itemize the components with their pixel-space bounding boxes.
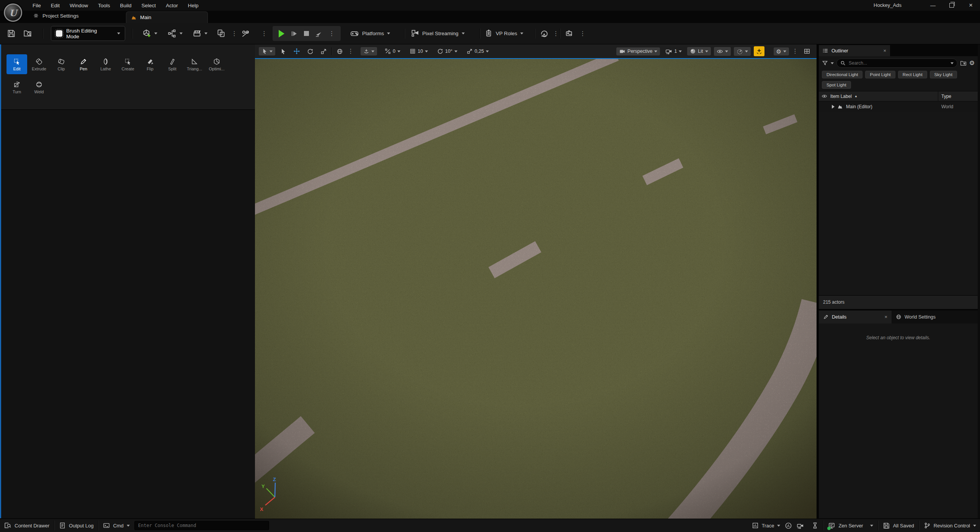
tool-triangulate[interactable]: Triang... [184,54,205,74]
virtual-camera-button[interactable] [565,29,574,38]
column-divider[interactable] [938,91,938,101]
editor-mode-dropdown[interactable]: Brush Editing Mode [51,26,125,41]
chevron-down-icon[interactable] [951,62,954,64]
launch-button[interactable] [315,29,323,37]
editor-utilities-button[interactable] [241,29,250,38]
show-flags-dropdown[interactable] [714,47,731,56]
rotate-tool-button[interactable] [305,48,316,55]
browse-content-button[interactable] [23,29,33,38]
stop-button[interactable] [304,31,309,36]
outliner-empty-space[interactable] [819,112,978,295]
pixel-streaming-dropdown[interactable]: Pixel Streaming [411,29,465,37]
sequencer-options-menu[interactable]: ⋮ [231,31,237,37]
tool-optimize[interactable]: Optimi... [206,54,227,74]
zen-server-dropdown[interactable]: Zen Server [828,522,873,529]
output-log-button[interactable]: Output Log [59,522,93,529]
menu-tools[interactable]: Tools [93,3,115,8]
tool-edit[interactable]: Edit [7,54,27,74]
cmd-dropdown[interactable]: Cmd [103,522,129,529]
viewport-options-menu[interactable]: ⋮ [792,48,798,54]
chip-sky-light[interactable]: Sky Light [930,71,957,78]
revision-control-dropdown[interactable]: Revision Control [924,522,976,529]
chip-spot-light[interactable]: Spot Light [822,81,851,89]
view-mode-dropdown[interactable]: Lit [687,47,710,55]
tool-weld[interactable]: Weld [29,77,49,97]
menu-file[interactable]: File [28,3,46,8]
tool-create[interactable]: Create [118,54,138,74]
preview-toggle-button[interactable] [754,46,764,56]
close-outliner-button[interactable]: × [883,48,886,54]
camera-options-menu[interactable]: ⋮ [580,31,586,37]
quad-layout-button[interactable] [801,48,813,55]
select-tool-button[interactable] [278,48,289,55]
console-command-input[interactable] [134,521,269,530]
outliner-search-input[interactable] [848,60,948,66]
tool-turn[interactable]: Turn [7,77,27,97]
tab-project-settings[interactable]: Project Settings [33,13,79,19]
new-folder-icon[interactable] [960,60,967,67]
menu-help[interactable]: Help [183,3,204,8]
tool-pen[interactable]: Pen [73,54,94,74]
menu-build[interactable]: Build [115,3,137,8]
utilities-options-menu[interactable]: ⋮ [261,31,267,37]
add-actor-button[interactable] [142,29,157,38]
tab-world-settings[interactable]: World Settings [892,311,978,324]
filter-funnel-icon[interactable] [822,60,828,66]
transform-options-menu[interactable]: ⋮ [348,48,354,54]
cinematics-button[interactable] [193,29,207,38]
outliner-settings-gear-icon[interactable]: ⚙ [969,60,975,66]
trace-dropdown[interactable]: Trace [752,522,781,529]
menu-select[interactable]: Select [137,3,161,8]
close-details-button[interactable]: × [884,314,887,320]
actor-snap-dropdown[interactable]: 0 [382,48,403,54]
screenshot-button[interactable] [797,522,804,529]
chip-point-light[interactable]: Point Light [865,71,895,78]
move-tool-button[interactable] [291,48,302,55]
expand-arrow-icon[interactable] [832,105,835,109]
performance-dropdown[interactable] [734,47,751,56]
vp-roles-dropdown[interactable]: VP Roles [485,29,523,37]
grid-snap-dropdown[interactable]: 10 [407,48,430,54]
camera-speed-dropdown[interactable]: 1 [663,48,684,55]
insights-button[interactable] [785,522,792,529]
restore-button[interactable] [946,0,957,11]
tool-extrude[interactable]: Extrude [29,54,49,74]
chip-directional-light[interactable]: Directional Light [822,71,862,78]
chevron-down-icon[interactable] [831,62,834,64]
scale-tool-button[interactable] [318,48,329,55]
platforms-dropdown[interactable]: Platforms [350,29,390,38]
column-type[interactable]: Type [941,94,951,99]
tab-outliner[interactable]: Outliner × [819,45,890,56]
close-button[interactable]: × [965,0,977,11]
blueprints-button[interactable] [168,29,183,38]
play-button[interactable] [279,30,284,37]
sequencer-tools-button[interactable] [217,29,225,38]
tab-details[interactable]: Details × [819,311,892,324]
menu-actor[interactable]: Actor [161,3,183,8]
scale-snap-dropdown[interactable]: 0,25 [464,48,491,54]
content-drawer-button[interactable]: Content Drawer [4,522,49,529]
surface-snapping-dropdown[interactable] [361,47,377,55]
level-viewport[interactable]: ⋮ 0 10 10° 0,25 Perspective 1 Lit ⚙ ⋮ [255,44,817,518]
chip-rect-light[interactable]: Rect Light [898,71,927,78]
loop-options-menu[interactable]: ⋮ [553,31,559,37]
tool-lathe[interactable]: Lathe [95,54,116,74]
perspective-dropdown[interactable]: Perspective [616,47,660,55]
viewport-scene[interactable]: Y Z X [255,58,817,519]
visibility-eye-icon[interactable] [822,93,827,99]
tool-split[interactable]: Split [162,54,183,74]
column-item-label[interactable]: Item Label [830,94,852,99]
save-button[interactable] [7,29,16,38]
background-tasks-button[interactable] [812,522,818,529]
frame-skip-button[interactable] [290,30,298,37]
outliner-row-main-editor[interactable]: Main (Editor) World [819,101,978,112]
outliner-search-box[interactable] [836,59,957,68]
tab-main-level[interactable]: Main [126,11,208,23]
menu-window[interactable]: Window [65,3,93,8]
source-control-save-button[interactable]: All Saved [883,522,914,529]
rotation-snap-dropdown[interactable]: 10° [435,48,460,54]
orbit-loop-button[interactable] [540,29,549,38]
tool-clip[interactable]: Clip [51,54,72,74]
coordinate-system-button[interactable] [334,48,345,55]
selection-mode-dropdown[interactable] [259,47,275,55]
